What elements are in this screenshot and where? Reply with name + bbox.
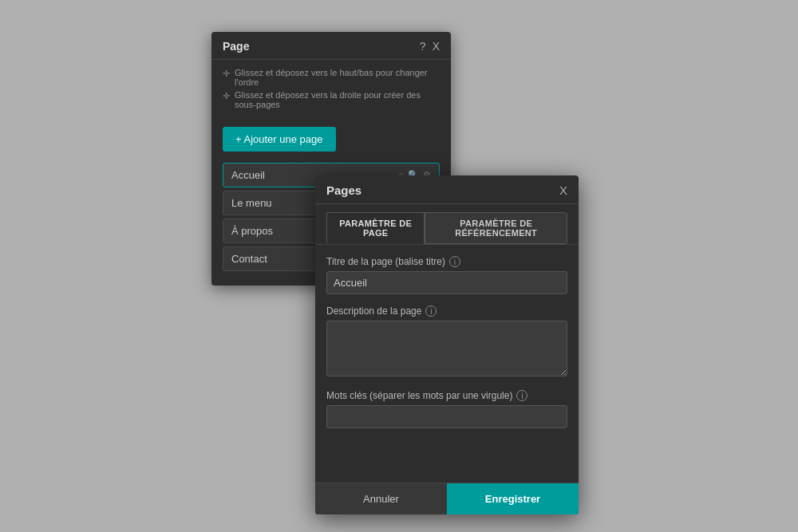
save-button[interactable]: Enregistrer bbox=[447, 483, 579, 514]
hint-row-2: ✛ Glissez et déposez vers la droite pour… bbox=[223, 90, 440, 109]
pages-tabs: PARAMÈTRE DE PAGE PARAMÈTRE DE RÉFÉRENCE… bbox=[315, 204, 579, 245]
description-info-icon[interactable]: i bbox=[425, 305, 437, 317]
tab-page-param-label: PARAMÈTRE DE PAGE bbox=[339, 219, 412, 238]
title-field-label: Titre de la page (balise titre) i bbox=[326, 256, 567, 267]
hint-row-1: ✛ Glissez et déposez vers le haut/bas po… bbox=[223, 68, 440, 87]
drag-vertical-icon: ✛ bbox=[223, 69, 230, 79]
page-dialog-header: Page ? X bbox=[211, 32, 451, 60]
description-textarea[interactable] bbox=[326, 321, 567, 376]
hint2-text: Glissez et déposez vers la droite pour c… bbox=[235, 90, 440, 109]
add-page-button[interactable]: + Ajouter une page bbox=[223, 127, 336, 152]
drag-horizontal-icon: ✛ bbox=[223, 91, 230, 101]
page-dialog-hints: ✛ Glissez et déposez vers le haut/bas po… bbox=[211, 60, 451, 120]
page-item-name: Accueil bbox=[231, 169, 265, 181]
page-item-name: À propos bbox=[231, 225, 273, 237]
tab-seo-param-label: PARAMÈTRE DE RÉFÉRENCEMENT bbox=[455, 219, 537, 238]
tab-seo-param[interactable]: PARAMÈTRE DE RÉFÉRENCEMENT bbox=[425, 212, 567, 244]
hint1-text: Glissez et déposez vers le haut/bas pour… bbox=[235, 68, 440, 87]
keywords-input[interactable] bbox=[326, 405, 567, 428]
tab-page-param[interactable]: PARAMÈTRE DE PAGE bbox=[326, 212, 425, 244]
title-label-text: Titre de la page (balise titre) bbox=[326, 256, 445, 267]
keywords-info-icon[interactable]: i bbox=[516, 390, 527, 401]
help-icon[interactable]: ? bbox=[420, 40, 426, 53]
title-input[interactable] bbox=[326, 271, 567, 294]
cancel-button[interactable]: Annuler bbox=[315, 483, 447, 514]
keywords-field-label: Mots clés (séparer les mots par une virg… bbox=[326, 390, 567, 401]
description-field-label: Description de la page i bbox=[326, 305, 567, 317]
description-label-text: Description de la page bbox=[326, 305, 421, 317]
pages-body: Titre de la page (balise titre) i Descri… bbox=[315, 245, 579, 451]
pages-dialog: Pages X PARAMÈTRE DE PAGE PARAMÈTRE DE R… bbox=[315, 175, 579, 514]
keywords-label-text: Mots clés (séparer les mots par une virg… bbox=[326, 390, 512, 401]
page-dialog-title: Page bbox=[223, 40, 249, 53]
page-item-name: Contact bbox=[231, 253, 267, 265]
pages-footer: Annuler Enregistrer bbox=[315, 483, 579, 514]
pages-dialog-title: Pages bbox=[326, 183, 361, 197]
title-info-icon[interactable]: i bbox=[449, 256, 460, 267]
page-item-name: Le menu bbox=[231, 197, 272, 209]
close-icon[interactable]: X bbox=[433, 40, 440, 53]
pages-close-button[interactable]: X bbox=[559, 183, 567, 197]
pages-dialog-header: Pages X bbox=[315, 175, 579, 204]
page-dialog-header-icons: ? X bbox=[420, 40, 440, 53]
